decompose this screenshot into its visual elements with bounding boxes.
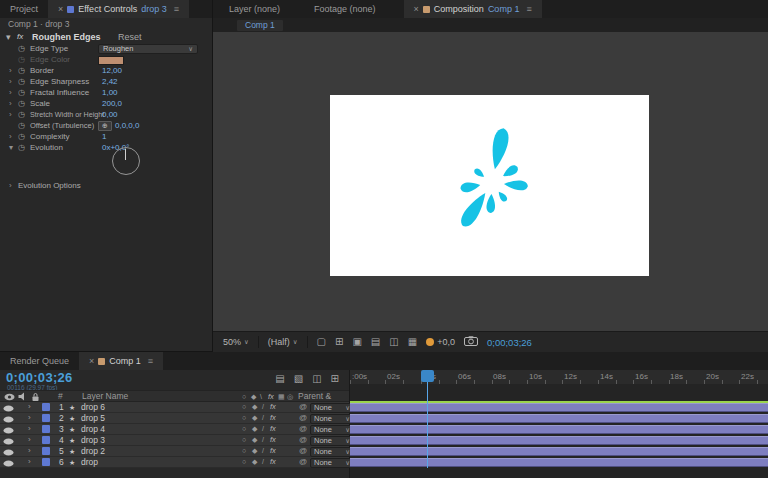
layer-name[interactable]: drop 4 — [81, 424, 105, 434]
expander-icon[interactable]: › — [28, 446, 31, 456]
collapse-switch-icon[interactable]: ○ — [242, 424, 246, 434]
expander-open-icon[interactable]: ▾ — [6, 31, 11, 43]
panel-menu-icon[interactable]: ≡ — [174, 4, 179, 14]
effects-switch-icon[interactable]: ◆ — [252, 424, 257, 434]
layer-row[interactable]: › 1 ★ drop 6 ○ ◆ / fx @ None∨ — [0, 402, 349, 413]
eye-icon[interactable] — [3, 459, 14, 469]
layer-color-swatch[interactable] — [42, 414, 50, 422]
stopwatch-icon[interactable]: ◷ — [18, 43, 25, 54]
evolution-dial[interactable] — [112, 147, 140, 175]
tab-timeline-comp1[interactable]: × Comp 1 ≡ — [79, 352, 163, 370]
effects-switch-icon[interactable]: ◆ — [252, 402, 257, 412]
layer-name[interactable]: drop 6 — [81, 402, 105, 412]
composition-mini-flowchart-icon[interactable]: ▤ — [275, 374, 284, 384]
tab-layer[interactable]: Layer (none) — [219, 0, 290, 18]
layer-row[interactable]: › 2 ★ drop 5 ○ ◆ / fx @ None∨ — [0, 413, 349, 424]
layer-row[interactable]: › 4 ★ drop 3 ○ ◆ / fx @ None∨ — [0, 435, 349, 446]
layer-duration-bar[interactable] — [350, 458, 768, 467]
expander-icon[interactable]: › — [9, 65, 12, 76]
fx-switch-icon[interactable]: fx — [270, 413, 276, 423]
fx-switch-icon[interactable]: fx — [270, 446, 276, 456]
effect-name[interactable]: Roughen Edges — [32, 31, 101, 43]
quality-switch-icon[interactable]: / — [262, 457, 264, 467]
graph-editor-icon[interactable]: ⊞ — [331, 374, 339, 384]
layer-row[interactable]: › 5 ★ drop 2 ○ ◆ / fx @ None∨ — [0, 446, 349, 457]
layer-name[interactable]: drop 3 — [81, 435, 105, 445]
close-icon[interactable]: × — [89, 356, 94, 366]
viewer-timecode[interactable]: 0;00;03;26 — [487, 337, 532, 348]
tab-effect-controls[interactable]: × Effect Controls drop 3 ≡ — [48, 0, 189, 18]
expander-icon[interactable]: › — [28, 402, 31, 412]
edge-type-dropdown[interactable]: Roughen ∨ — [98, 44, 198, 54]
expander-icon[interactable]: › — [9, 180, 12, 191]
parent-dropdown[interactable]: None∨ — [310, 425, 354, 435]
property-value[interactable]: 200,0 — [102, 98, 122, 109]
current-time-indicator-handle[interactable] — [421, 370, 434, 382]
evolution-options-label[interactable]: Evolution Options — [18, 180, 81, 191]
pickwhip-icon[interactable]: @ — [299, 402, 307, 412]
fx-switch-icon[interactable]: fx — [270, 402, 276, 412]
transparency-grid-icon[interactable]: ◫ — [389, 337, 398, 347]
stopwatch-icon[interactable]: ◷ — [18, 65, 25, 76]
layer-color-swatch[interactable] — [42, 447, 50, 455]
snapshot-camera-icon[interactable] — [464, 336, 478, 348]
expander-open-icon[interactable]: ▾ — [9, 142, 13, 153]
reset-button[interactable]: Reset — [118, 31, 142, 43]
current-time-display[interactable]: 0;00;03;26 — [6, 370, 73, 385]
expander-icon[interactable]: › — [9, 76, 12, 87]
fx-switch-icon[interactable]: fx — [270, 435, 276, 445]
expander-icon[interactable]: › — [28, 435, 31, 445]
layer-name[interactable]: drop — [81, 457, 98, 467]
layer-name[interactable]: drop 5 — [81, 413, 105, 423]
stopwatch-icon[interactable]: ◷ — [18, 131, 25, 142]
mask-visibility-icon[interactable]: ▣ — [352, 337, 361, 347]
expander-icon[interactable]: › — [9, 131, 12, 142]
safe-guides-icon[interactable]: ▢ — [317, 337, 326, 347]
tab-composition[interactable]: × Composition Comp 1 ≡ — [404, 0, 542, 18]
stopwatch-icon[interactable]: ◷ — [18, 87, 25, 98]
anchor-target-icon[interactable]: ⊕ — [98, 121, 112, 131]
collapse-switch-icon[interactable]: ○ — [242, 413, 246, 423]
timeline-track-area[interactable]: :00s 02s 04s 06s 08s 10s 12s 14s 16s 18s… — [350, 370, 768, 478]
effects-switch-icon[interactable]: ◆ — [252, 457, 257, 467]
panel-menu-icon[interactable]: ≡ — [526, 4, 531, 14]
parent-dropdown[interactable]: None∨ — [310, 436, 354, 446]
shy-layers-icon[interactable]: ◫ — [312, 374, 321, 384]
parent-dropdown[interactable]: None∨ — [310, 414, 354, 424]
tab-footage[interactable]: Footage (none) — [304, 0, 386, 18]
layer-duration-bar[interactable] — [350, 425, 768, 434]
column-layer-name[interactable]: Layer Name — [82, 391, 128, 402]
channel-view-icon[interactable]: ▦ — [408, 337, 417, 347]
parent-dropdown[interactable]: None∨ — [310, 403, 354, 413]
stopwatch-icon[interactable]: ◷ — [18, 109, 25, 120]
stopwatch-icon[interactable]: ◷ — [18, 142, 25, 153]
property-value[interactable]: 12,00 — [102, 65, 122, 76]
expander-icon[interactable]: › — [28, 413, 31, 423]
stopwatch-icon[interactable]: ◷ — [18, 98, 25, 109]
layer-color-swatch[interactable] — [42, 436, 50, 444]
expander-icon[interactable]: › — [28, 424, 31, 434]
collapse-switch-icon[interactable]: ○ — [242, 457, 246, 467]
time-ruler[interactable]: :00s 02s 04s 06s 08s 10s 12s 14s 16s 18s… — [350, 370, 768, 384]
expander-icon[interactable]: › — [9, 98, 12, 109]
layer-duration-bar[interactable] — [350, 447, 768, 456]
panel-menu-icon[interactable]: ≡ — [148, 356, 153, 366]
pickwhip-icon[interactable]: @ — [299, 446, 307, 456]
expander-icon[interactable]: › — [9, 109, 12, 120]
property-value[interactable]: 0,0,0,0 — [115, 120, 139, 131]
effects-switch-icon[interactable]: ◆ — [252, 446, 257, 456]
exposure-value[interactable]: +0,0 — [437, 337, 455, 347]
pickwhip-icon[interactable]: @ — [299, 435, 307, 445]
tab-project[interactable]: Project — [0, 0, 48, 18]
layer-color-swatch[interactable] — [42, 425, 50, 433]
layer-duration-bar[interactable] — [350, 403, 768, 412]
expander-icon[interactable]: › — [9, 87, 12, 98]
layer-row[interactable]: › 6 ★ drop ○ ◆ / fx @ None∨ — [0, 457, 349, 468]
resolution-dropdown[interactable]: (Half) ∨ — [268, 337, 298, 347]
composition-viewport[interactable] — [213, 32, 768, 331]
parent-dropdown[interactable]: None∨ — [310, 447, 354, 457]
draft-3d-icon[interactable]: ▧ — [294, 374, 303, 384]
layer-row[interactable]: › 3 ★ drop 4 ○ ◆ / fx @ None∨ — [0, 424, 349, 435]
quality-switch-icon[interactable]: / — [262, 446, 264, 456]
viewer-tab-comp1[interactable]: Comp 1 — [237, 20, 283, 31]
